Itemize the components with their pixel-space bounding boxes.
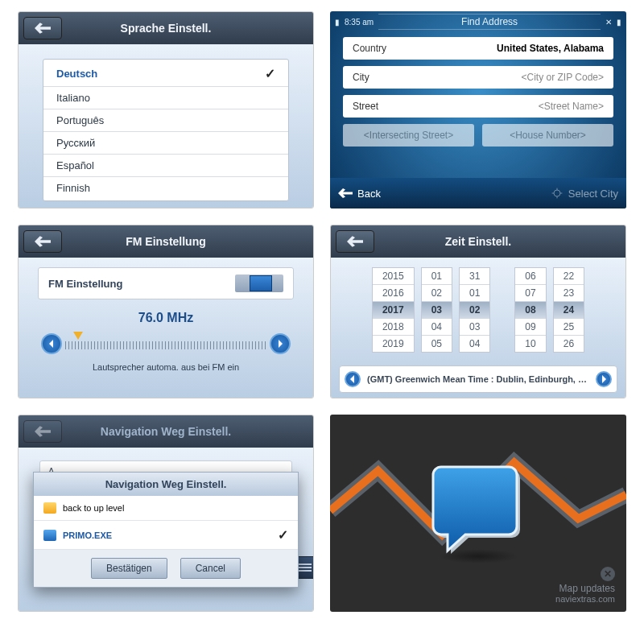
item-label: PRIMO.EXE — [63, 530, 112, 540]
file-item[interactable]: PRIMO.EXE ✓ — [34, 521, 298, 550]
wheel-cell: 2017 — [373, 302, 414, 319]
language-label: Deutsch — [56, 68, 97, 80]
panel-title: Zeit Einstell. — [445, 235, 511, 248]
nav-path-panel: Navigation Weg Einstell. A Navig Navigat… — [18, 415, 314, 612]
wheel-cell: 02 — [422, 285, 452, 302]
screen-title: Find Address — [378, 14, 601, 30]
language-label: Русский — [56, 137, 95, 149]
language-item[interactable]: Русский — [43, 132, 288, 155]
timezone-selector[interactable]: (GMT) Greenwich Mean Time : Dublin, Edin… — [339, 365, 617, 393]
field-label: Country — [353, 43, 386, 54]
wheel-cell: 2015 — [373, 268, 414, 285]
wheel-cell: 01 — [422, 268, 452, 285]
status-bar: ▮ 8:35 am Find Address ✕ ▮ — [330, 11, 626, 32]
field-placeholder: <House Number> — [510, 130, 586, 141]
folder-up-item[interactable]: back to up level — [34, 496, 298, 521]
panel-header: Navigation Weg Einstell. — [19, 415, 313, 448]
select-city-button: Select City — [551, 187, 618, 200]
back-button[interactable] — [336, 230, 374, 253]
wheel-cell: 31 — [460, 268, 489, 285]
close-badge-icon[interactable]: ✕ — [601, 567, 615, 581]
select-label: Select City — [568, 188, 618, 200]
field-placeholder: <City or ZIP Code> — [522, 72, 605, 83]
freq-track[interactable] — [65, 333, 266, 354]
house-number-field: <House Number> — [482, 124, 613, 147]
checkmark-icon: ✓ — [265, 66, 275, 81]
year-wheel[interactable]: 2015 2016 2017 2018 2019 — [372, 267, 415, 353]
back-button[interactable] — [23, 230, 62, 253]
toggle-label: FM Einstellung — [48, 278, 122, 290]
back-arrow-icon — [35, 426, 51, 437]
street-field[interactable]: Street <Street Name> — [343, 95, 613, 118]
month-wheel[interactable]: 01 02 03 04 05 — [421, 267, 452, 353]
back-arrow-icon — [35, 23, 51, 34]
panel-title: Sprache Einstell. — [121, 22, 212, 35]
find-address-panel: ▮ 8:35 am Find Address ✕ ▮ Country Unite… — [330, 11, 626, 208]
back-arrow-icon — [347, 236, 363, 247]
switch-knob — [250, 275, 272, 291]
freq-marker-icon — [73, 332, 83, 340]
language-label: Finnish — [56, 182, 90, 194]
hour-wheel[interactable]: 06 07 08 09 10 — [514, 267, 546, 353]
panel-body: 2015 2016 2017 2018 2019 01 02 03 04 05 … — [331, 258, 625, 398]
frequency-display: 76.0 MHz — [38, 311, 294, 325]
tz-next-button[interactable] — [596, 371, 612, 387]
back-button[interactable]: Back — [338, 188, 381, 200]
day-wheel[interactable]: 31 01 02 03 04 — [459, 267, 490, 353]
field-label: Street — [353, 101, 378, 112]
language-item[interactable]: Finnish — [43, 177, 288, 199]
back-button[interactable] — [23, 17, 62, 39]
footer-bar: Back Select City — [330, 178, 626, 208]
language-item[interactable]: Português — [43, 109, 288, 132]
intersect-field: <Intersecting Street> — [343, 124, 474, 147]
exe-icon — [43, 530, 56, 541]
tz-prev-button[interactable] — [345, 371, 361, 387]
modal-body: back to up level PRIMO.EXE ✓ — [34, 496, 298, 550]
language-list: Deutsch ✓ Italiano Português Русский Esp… — [43, 59, 289, 201]
cancel-button[interactable]: Cancel — [180, 558, 241, 579]
frequency-slider — [38, 333, 294, 354]
panel-title: FM Einstellung — [126, 235, 206, 248]
field-label: City — [353, 72, 369, 83]
modal-footer: Bestätigen Cancel — [34, 550, 298, 587]
modal-title: Navigation Weg Einstell. — [34, 473, 298, 496]
freq-increase-button[interactable] — [270, 333, 291, 354]
fm-toggle-switch[interactable] — [235, 275, 283, 292]
chevron-right-icon — [276, 340, 284, 348]
language-item[interactable]: Italiano — [43, 87, 288, 109]
wheel-cell: 05 — [422, 336, 452, 352]
signal-icon: ▮ — [335, 18, 340, 27]
language-item[interactable]: Deutsch ✓ — [43, 61, 288, 87]
city-field[interactable]: City <City or ZIP Code> — [343, 66, 613, 89]
speech-bubble-icon — [430, 460, 526, 557]
fm-settings-panel: FM Einstellung FM Einstellung 76.0 MHz L… — [18, 225, 314, 398]
wheel-cell: 26 — [554, 336, 584, 352]
back-label: Back — [357, 188, 381, 200]
panel-title: Navigation Weg Einstell. — [101, 425, 231, 438]
checkmark-icon: ✓ — [278, 527, 288, 543]
wheel-cell: 01 — [460, 285, 489, 302]
panel-header: Zeit Einstell. — [331, 225, 625, 258]
file-picker-modal: Navigation Weg Einstell. back to up leve… — [33, 472, 299, 588]
wheel-cell: 07 — [515, 285, 545, 302]
map-updates-line2: naviextras.com — [555, 594, 615, 604]
country-field[interactable]: Country United States, Alabama — [343, 37, 613, 60]
datetime-wheels: 2015 2016 2017 2018 2019 01 02 03 04 05 … — [339, 267, 617, 353]
panel-header: Sprache Einstell. — [19, 12, 313, 44]
clock-label: 8:35 am — [345, 18, 374, 27]
wheel-cell: 04 — [460, 336, 489, 352]
language-label: Español — [56, 159, 94, 171]
language-item[interactable]: Español — [43, 155, 288, 177]
confirm-button[interactable]: Bestätigen — [91, 558, 167, 579]
time-settings-panel: Zeit Einstell. 2015 2016 2017 2018 2019 … — [330, 225, 626, 398]
freq-decrease-button[interactable] — [41, 333, 62, 354]
panel-body: A Navig Navigation Weg Einstell. back to… — [19, 448, 313, 611]
map-updates-panel: ✕ Map updates naviextras.com — [330, 415, 626, 612]
back-arrow-icon — [338, 188, 353, 198]
language-settings-panel: Sprache Einstell. Deutsch ✓ Italiano Por… — [18, 11, 314, 208]
panel-body: Deutsch ✓ Italiano Português Русский Esp… — [19, 44, 313, 208]
minute-wheel[interactable]: 22 23 24 25 26 — [553, 267, 584, 353]
wheel-cell: 24 — [554, 302, 584, 319]
battery-icon: ▮ — [617, 18, 621, 27]
wheel-cell: 2019 — [373, 336, 414, 352]
